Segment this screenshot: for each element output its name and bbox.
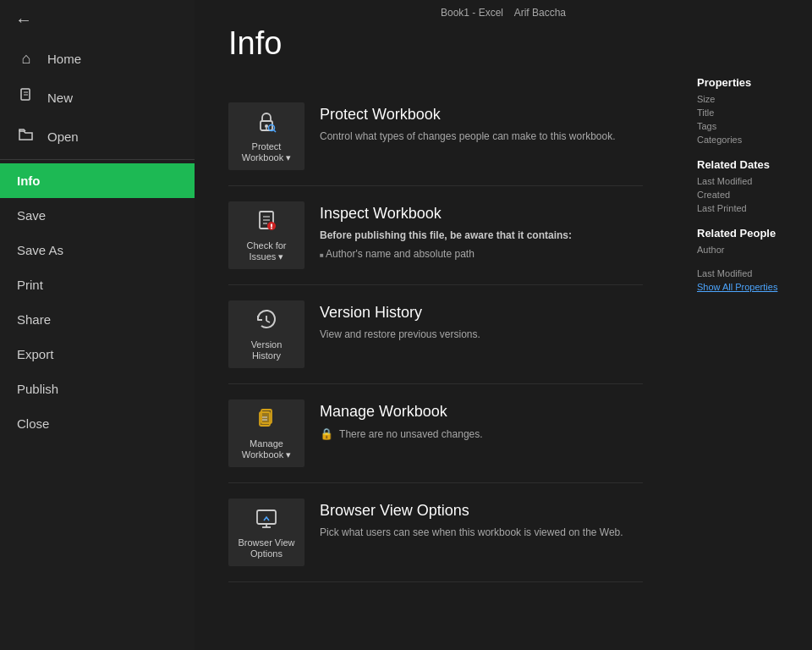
inspect-workbook-desc: Before publishing this file, be aware th… (320, 228, 643, 262)
protect-workbook-title: Protect Workbook (320, 106, 643, 124)
prop-categories: Categories (697, 135, 800, 145)
manage-workbook-desc: 🔒 There are no unsaved changes. (320, 426, 643, 443)
sidebar: ← ⌂ Home New Open (0, 0, 195, 650)
info-sections: ProtectWorkbook ▾ Protect Workbook Contr… (228, 87, 643, 582)
version-history-content: Version History View and restore previou… (320, 300, 643, 342)
related-people-title: Related People (697, 227, 800, 240)
divider (0, 159, 195, 160)
prop-last-modified-value: Last Modified (697, 268, 800, 278)
sidebar-label-save-as: Save As (17, 243, 63, 257)
sidebar-label-save: Save (17, 208, 46, 223)
manage-workbook-btn-label: ManageWorkbook ▾ (242, 438, 291, 460)
sidebar-item-home[interactable]: ⌂ Home (0, 40, 195, 78)
version-history-section[interactable]: VersionHistory Version History View and … (228, 285, 643, 384)
version-history-icon (254, 307, 279, 336)
inspect-item-1: Author's name and absolute path (320, 246, 643, 262)
sidebar-item-save[interactable]: Save (0, 198, 195, 233)
protect-workbook-section[interactable]: ProtectWorkbook ▾ Protect Workbook Contr… (228, 87, 643, 186)
sidebar-label-home: Home (47, 52, 81, 66)
sidebar-item-save-as[interactable]: Save As (0, 233, 195, 267)
no-changes-lock-icon: 🔒 (320, 426, 333, 443)
svg-point-4 (265, 124, 268, 128)
sidebar-item-close[interactable]: Close (0, 406, 195, 441)
inspect-workbook-button[interactable]: Check forIssues ▾ (228, 201, 304, 269)
browser-view-title: Browser View Options (320, 502, 643, 520)
version-history-desc: View and restore previous versions. (320, 327, 643, 342)
browser-view-desc: Pick what users can see when this workbo… (320, 525, 643, 540)
browser-view-section[interactable]: Browser ViewOptions Browser View Options… (228, 483, 643, 582)
prop-tags: Tags (697, 121, 800, 131)
titlebar-text: Book1 - Excel (441, 7, 503, 19)
related-people-group: Related People Author (697, 227, 800, 255)
sidebar-label-info: Info (17, 174, 41, 188)
sidebar-item-export[interactable]: Export (0, 337, 195, 372)
sidebar-label-new: New (47, 91, 73, 105)
manage-workbook-button[interactable]: ManageWorkbook ▾ (228, 399, 304, 467)
manage-workbook-section[interactable]: ManageWorkbook ▾ Manage Workbook 🔒 There… (228, 384, 643, 483)
new-icon (17, 88, 36, 107)
sidebar-item-print[interactable]: Print (0, 267, 195, 302)
back-button[interactable]: ← (0, 0, 195, 40)
browser-view-button[interactable]: Browser ViewOptions (228, 499, 304, 566)
sidebar-item-publish[interactable]: Publish (0, 372, 195, 406)
title-bar: Book1 - Excel Arif Baccha (195, 7, 812, 19)
properties-title: Properties (697, 76, 800, 89)
check-issues-icon (254, 208, 279, 237)
manage-workbook-content: Manage Workbook 🔒 There are no unsaved c… (320, 399, 643, 443)
version-history-btn-label: VersionHistory (251, 339, 283, 361)
back-icon: ← (15, 10, 32, 30)
titlebar-user: Arif Baccha (514, 7, 566, 19)
browser-view-btn-label: Browser ViewOptions (238, 537, 294, 559)
svg-line-16 (266, 321, 270, 322)
browser-view-icon (254, 505, 279, 534)
sidebar-label-print: Print (17, 278, 43, 292)
inspect-workbook-content: Inspect Workbook Before publishing this … (320, 201, 643, 262)
lock-icon (254, 109, 279, 138)
protect-workbook-btn-label: ProtectWorkbook ▾ (242, 141, 291, 163)
prop-last-printed: Last Printed (697, 203, 800, 213)
version-history-title: Version History (320, 304, 643, 322)
open-icon (17, 128, 36, 146)
main-content: Book1 - Excel Arif Baccha Info (195, 0, 812, 650)
sidebar-item-open[interactable]: Open (0, 118, 195, 156)
properties-group: Properties Size Title Tags Categories (697, 76, 800, 145)
sidebar-label-open: Open (47, 129, 79, 144)
browser-view-content: Browser View Options Pick what users can… (320, 499, 643, 540)
sidebar-item-new[interactable]: New (0, 78, 195, 118)
show-all-properties-link[interactable]: Show All Properties (697, 282, 800, 292)
inspect-workbook-title: Inspect Workbook (320, 205, 643, 223)
check-issues-btn-label: Check forIssues ▾ (246, 240, 286, 262)
sidebar-label-share: Share (17, 312, 51, 327)
protect-workbook-button[interactable]: ProtectWorkbook ▾ (228, 102, 304, 170)
svg-line-7 (274, 129, 277, 132)
prop-last-modified: Last Modified (697, 176, 800, 186)
prop-author: Author (697, 245, 800, 255)
sidebar-label-export: Export (17, 347, 53, 361)
sidebar-item-share[interactable]: Share (0, 302, 195, 337)
related-dates-group: Related Dates Last Modified Created Last… (697, 158, 800, 213)
related-dates-title: Related Dates (697, 158, 800, 171)
sidebar-label-close: Close (17, 416, 49, 431)
prop-size: Size (697, 94, 800, 104)
home-icon: ⌂ (17, 50, 36, 68)
protect-workbook-desc: Control what types of changes people can… (320, 129, 643, 144)
manage-workbook-icon (254, 406, 279, 435)
protect-workbook-content: Protect Workbook Control what types of c… (320, 102, 643, 144)
page-title: Info (228, 25, 778, 62)
properties-panel: Properties Size Title Tags Categories Re… (685, 68, 812, 300)
inspect-workbook-section[interactable]: Check forIssues ▾ Inspect Workbook Befor… (228, 186, 643, 285)
manage-workbook-title: Manage Workbook (320, 403, 643, 421)
prop-title: Title (697, 107, 800, 118)
version-history-button[interactable]: VersionHistory (228, 300, 304, 368)
svg-point-14 (271, 227, 272, 229)
sidebar-label-publish: Publish (17, 382, 58, 396)
sidebar-item-info[interactable]: Info (0, 163, 195, 198)
sidebar-nav: ⌂ Home New Open Info (0, 40, 195, 650)
svg-rect-18 (260, 412, 270, 426)
prop-created: Created (697, 190, 800, 200)
